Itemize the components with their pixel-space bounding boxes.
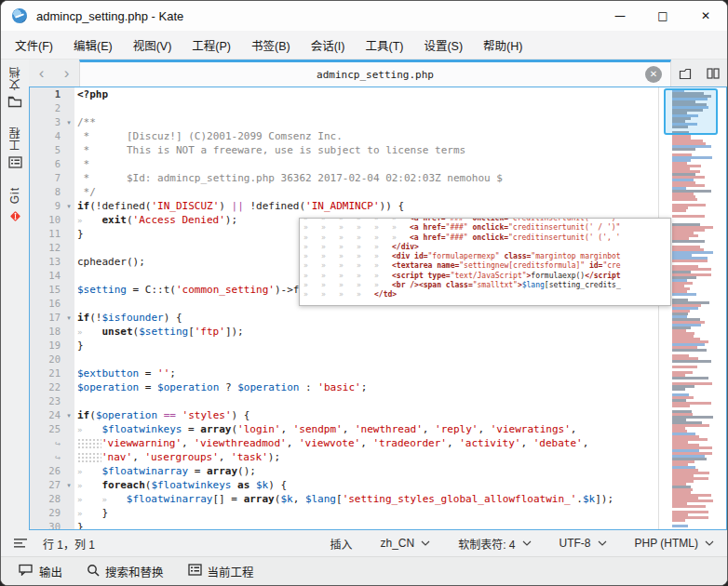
line-number[interactable]: 7 bbox=[30, 171, 63, 185]
line-number[interactable]: 27 bbox=[30, 478, 63, 492]
line-number[interactable]: ↪ bbox=[30, 450, 63, 464]
encoding-select[interactable]: UTF-8 bbox=[559, 537, 607, 550]
line-number[interactable]: 12 bbox=[30, 241, 63, 255]
fold-toggle-icon[interactable]: ▾ bbox=[63, 199, 74, 213]
line-number[interactable]: 17 bbox=[30, 311, 63, 325]
back-button[interactable]: ‹ bbox=[29, 60, 54, 87]
dictionary-select[interactable]: zh_CN bbox=[381, 537, 431, 550]
syntax-select[interactable]: PHP (HTML) bbox=[635, 537, 714, 550]
fold-column bbox=[63, 394, 74, 408]
code-line-4[interactable]: 4 * [Discuz!] (C)2001-2099 Comsenz Inc. bbox=[30, 129, 726, 143]
line-number[interactable]: 25 bbox=[30, 422, 63, 436]
line-number[interactable]: 24 bbox=[30, 408, 63, 422]
code-line-29[interactable]: 29} bbox=[30, 506, 726, 520]
line-number[interactable]: 22 bbox=[30, 380, 63, 394]
fold-toggle-icon[interactable]: ▾ bbox=[63, 478, 74, 492]
title-bar[interactable]: admincp_setting.php - Kate — □ ✕ bbox=[1, 1, 727, 31]
code-line-24[interactable]: 24▾if($operation == 'styles') { bbox=[30, 408, 726, 422]
line-number[interactable]: 26 bbox=[30, 464, 63, 478]
line-number[interactable]: 4 bbox=[30, 129, 63, 143]
sidebar-item-工程[interactable]: 工程 bbox=[7, 124, 23, 175]
code-line-28[interactable]: 28$floatwinarray[] = array($k, $lang['se… bbox=[30, 492, 726, 506]
tab-close-button[interactable]: ✕ bbox=[645, 66, 662, 83]
code-line-7[interactable]: 7 * $Id: admincp_setting.php 36362 2017-… bbox=[30, 171, 726, 185]
toolview-button-当前工程[interactable]: 当前工程 bbox=[178, 560, 264, 583]
line-number[interactable]: 21 bbox=[30, 366, 63, 380]
menu-item-4[interactable]: 工程(P) bbox=[182, 33, 241, 58]
code-line-25[interactable]: 25$floatwinkeys = array('login', 'sendpm… bbox=[30, 422, 726, 436]
code-line-19[interactable]: 19} bbox=[30, 339, 726, 353]
menu-item-2[interactable]: 编辑(E) bbox=[63, 33, 123, 58]
tab-mode-select[interactable]: 软制表符: 4 bbox=[458, 536, 531, 552]
code-line-6[interactable]: 6 * bbox=[30, 157, 726, 171]
line-number[interactable]: 14 bbox=[30, 269, 63, 283]
code-line-30[interactable]: 30} bbox=[30, 520, 726, 530]
code-line-1[interactable]: 1<?php bbox=[30, 87, 726, 101]
line-number[interactable]: 9 bbox=[30, 199, 63, 213]
forward-button[interactable]: › bbox=[54, 60, 79, 87]
menu-item-9[interactable]: 帮助(H) bbox=[473, 33, 533, 58]
fold-toggle-icon[interactable]: ▾ bbox=[63, 311, 74, 325]
code-line-22[interactable]: 22$operation = $operation ? $operation :… bbox=[30, 380, 726, 394]
toolview-button-输出[interactable]: 输出 bbox=[8, 560, 73, 583]
code-line-26[interactable]: 26$floatwinarray = array(); bbox=[30, 464, 726, 478]
line-number[interactable]: 13 bbox=[30, 255, 63, 269]
line-number[interactable]: 2 bbox=[30, 101, 63, 115]
line-number[interactable]: 5 bbox=[30, 143, 63, 157]
code-line-wrap[interactable]: ↪'nav', 'usergroups', 'task'); bbox=[30, 450, 726, 464]
line-number[interactable]: 15 bbox=[30, 283, 63, 297]
line-number[interactable]: 23 bbox=[30, 394, 63, 408]
maximize-button[interactable]: □ bbox=[641, 1, 684, 31]
code-line-8[interactable]: 8 */ bbox=[30, 185, 726, 199]
minimap-scrollbar[interactable] bbox=[672, 89, 713, 527]
line-number[interactable]: 20 bbox=[30, 353, 63, 366]
menu-item-3[interactable]: 视图(V) bbox=[123, 33, 182, 58]
line-number[interactable]: 18 bbox=[30, 325, 63, 339]
fold-toggle-icon[interactable]: ▾ bbox=[63, 115, 74, 129]
menu-item-7[interactable]: 工具(T) bbox=[355, 33, 413, 58]
tab-admincp-setting[interactable]: admincp_setting.php ✕ bbox=[79, 60, 671, 87]
line-number[interactable]: 29 bbox=[30, 506, 63, 520]
minimize-button[interactable]: — bbox=[599, 1, 641, 31]
minimap-viewport[interactable] bbox=[664, 88, 718, 135]
code-line-5[interactable]: 5 * This is NOT a freeware, use is subje… bbox=[30, 143, 726, 157]
code-line-17[interactable]: 17▾if(!$isfounder) { bbox=[30, 311, 726, 325]
line-number[interactable]: 10 bbox=[30, 213, 63, 227]
line-number[interactable]: 11 bbox=[30, 227, 63, 241]
menu-item-6[interactable]: 会话(I) bbox=[301, 33, 356, 58]
line-number[interactable]: 1 bbox=[30, 87, 63, 101]
line-number[interactable]: 16 bbox=[30, 297, 63, 311]
line-number[interactable]: 19 bbox=[30, 339, 63, 353]
menu-item-8[interactable]: 设置(S) bbox=[413, 33, 473, 58]
cursor-position[interactable]: 行 1，列 1 bbox=[43, 536, 95, 552]
code-line-27[interactable]: 27▾foreach($floatwinkeys as $k) { bbox=[30, 478, 726, 492]
new-document-icon[interactable] bbox=[671, 60, 699, 87]
code-line-21[interactable]: 21$extbutton = ''; bbox=[30, 366, 726, 380]
close-button[interactable]: ✕ bbox=[684, 1, 727, 31]
code-area[interactable]: 1<?php23▾/**4 * [Discuz!] (C)2001-2099 C… bbox=[30, 87, 726, 529]
preview-line: <script type="text/JavaScript">formulaex… bbox=[303, 272, 670, 281]
split-view-icon[interactable] bbox=[699, 60, 727, 87]
input-mode[interactable]: 插入 bbox=[330, 536, 353, 552]
code-line-wrap[interactable]: ↪'viewwarning', 'viewthreadmod', 'viewvo… bbox=[30, 436, 726, 450]
menu-item-5[interactable]: 书签(B) bbox=[241, 33, 301, 58]
sidebar-item-Git[interactable]: Git bbox=[7, 184, 23, 231]
line-number[interactable]: 28 bbox=[30, 492, 63, 506]
sidebar-item-文档[interactable]: 文档 bbox=[7, 63, 23, 114]
code-line-2[interactable]: 2 bbox=[30, 101, 726, 115]
line-number[interactable]: ↪ bbox=[30, 436, 63, 450]
lines-icon[interactable] bbox=[14, 538, 28, 549]
editor[interactable]: 1<?php23▾/**4 * [Discuz!] (C)2001-2099 C… bbox=[29, 87, 727, 530]
code-line-23[interactable]: 23 bbox=[30, 394, 726, 408]
code-line-20[interactable]: 20 bbox=[30, 353, 726, 366]
code-line-3[interactable]: 3▾/** bbox=[30, 115, 726, 129]
code-line-9[interactable]: 9▾if(!defined('IN_DISCUZ') || !defined('… bbox=[30, 199, 726, 213]
line-number[interactable]: 6 bbox=[30, 157, 63, 171]
toolview-button-搜索和替换[interactable]: 搜索和替换 bbox=[76, 560, 174, 583]
fold-toggle-icon[interactable]: ▾ bbox=[63, 408, 74, 422]
line-number[interactable]: 30 bbox=[30, 520, 63, 530]
line-number[interactable]: 3 bbox=[30, 115, 63, 129]
line-number[interactable]: 8 bbox=[30, 185, 63, 199]
menu-item-1[interactable]: 文件(F) bbox=[5, 33, 63, 58]
code-line-18[interactable]: 18unset($setting['ftp']); bbox=[30, 325, 726, 339]
